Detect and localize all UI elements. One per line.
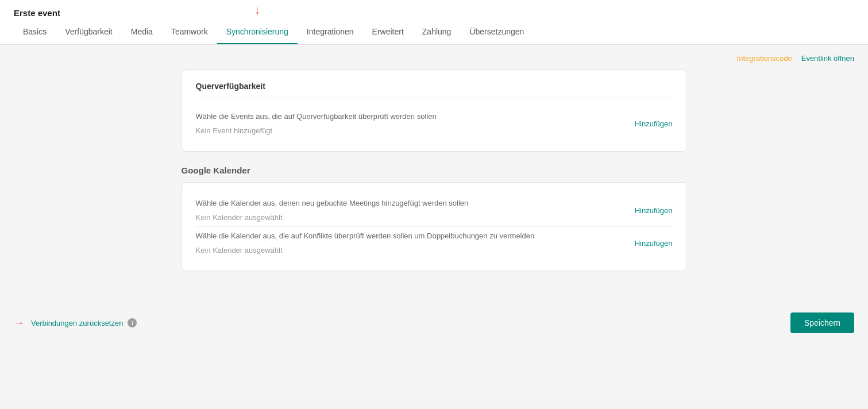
integrationscode-link[interactable]: Integrationscode xyxy=(737,54,792,63)
save-button[interactable]: Speichern xyxy=(790,312,854,333)
google-kalender-row1: Wähle die Kalender aus, denen neu gebuch… xyxy=(196,194,673,226)
reset-arrow-icon: → xyxy=(14,317,24,329)
tab-arrow-icon: ↓ xyxy=(254,4,260,16)
querverfugbarkeit-card: Querverfügbarkeit Wähle die Events aus, … xyxy=(182,70,687,152)
content-area: Integrationscode Eventlink öffnen Querve… xyxy=(0,45,868,299)
page-title: Erste event xyxy=(14,0,854,18)
tab-media[interactable]: Media xyxy=(122,20,162,44)
google-kalender-row2-left: Wähle die Kalender aus, die auf Konflikt… xyxy=(196,231,535,254)
reset-wrapper: → Verbindungen zurücksetzen i xyxy=(14,317,137,329)
top-links: Integrationscode Eventlink öffnen xyxy=(14,54,854,63)
tab-teamwork[interactable]: Teamwork xyxy=(162,20,217,44)
eventlink-link[interactable]: Eventlink öffnen xyxy=(801,54,854,63)
tab-bar: Basics Verfügbarkeit Media Teamwork ↓ Sy… xyxy=(14,20,854,44)
querverfugbarkeit-title: Querverfügbarkeit xyxy=(196,82,673,91)
google-kalender-card: Wähle die Kalender aus, denen neu gebuch… xyxy=(182,182,687,271)
google-kalender-row2: Wähle die Kalender aus, die auf Konflikt… xyxy=(196,226,673,259)
google-kalender-row2-description: Wähle die Kalender aus, die auf Konflikt… xyxy=(196,231,535,240)
tab-verfugbarkeit[interactable]: Verfügbarkeit xyxy=(56,20,122,44)
querverfugbarkeit-row: Wähle die Events aus, die auf Querverfüg… xyxy=(196,107,673,140)
google-kalender-row1-empty: Kein Kalender ausgewählt xyxy=(196,213,469,222)
google-kalender-section-title: Google Kalender xyxy=(182,165,687,175)
tab-erweitert[interactable]: Erweitert xyxy=(363,20,413,44)
info-icon[interactable]: i xyxy=(128,318,137,327)
tab-basics[interactable]: Basics xyxy=(14,20,56,44)
querverfugbarkeit-description: Wähle die Events aus, die auf Querverfüg… xyxy=(196,112,437,121)
google-kalender-row2-empty: Kein Kalender ausgewählt xyxy=(196,246,535,254)
tab-ubersetzungen[interactable]: Übersetzungen xyxy=(460,20,533,44)
tab-integrationen[interactable]: Integrationen xyxy=(298,20,363,44)
reset-link[interactable]: Verbindungen zurücksetzen xyxy=(31,319,123,327)
google-kalender-row1-left: Wähle die Kalender aus, denen neu gebuch… xyxy=(196,199,469,222)
tab-zahlung[interactable]: Zahlung xyxy=(413,20,461,44)
google-kalender-row1-add-button[interactable]: Hinzufügen xyxy=(635,206,673,215)
top-bar: Erste event Basics Verfügbarkeit Media T… xyxy=(0,0,868,45)
google-kalender-row2-add-button[interactable]: Hinzufügen xyxy=(635,239,673,248)
bottom-bar: → Verbindungen zurücksetzen i Speichern xyxy=(0,303,868,342)
tab-synchronisierung[interactable]: Synchronisierung xyxy=(217,20,298,44)
querverfugbarkeit-empty: Kein Event hinzugefügt xyxy=(196,126,437,135)
google-kalender-row1-description: Wähle die Kalender aus, denen neu gebuch… xyxy=(196,199,469,207)
querverfugbarkeit-add-button[interactable]: Hinzufügen xyxy=(635,119,673,128)
querverfugbarkeit-row-left: Wähle die Events aus, die auf Querverfüg… xyxy=(196,112,437,135)
